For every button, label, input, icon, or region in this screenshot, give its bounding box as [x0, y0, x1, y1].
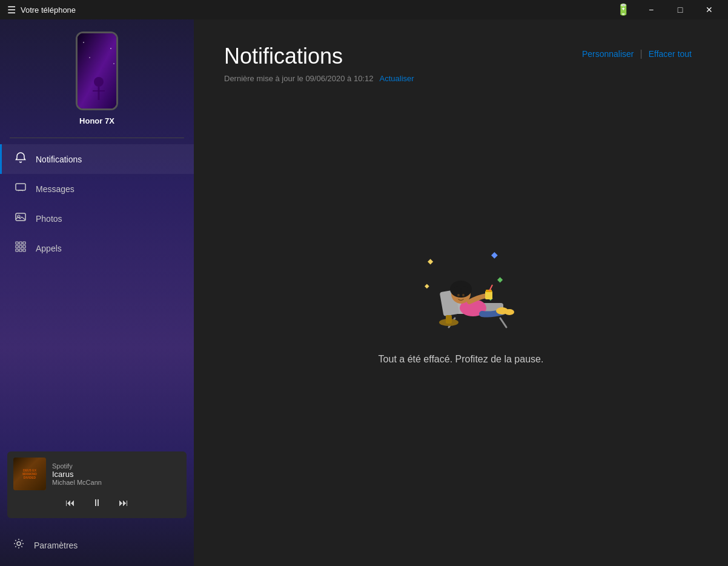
- phone-screen: [78, 33, 116, 108]
- page-title: Notifications: [224, 44, 343, 69]
- page-subtitle: Dernière mise à jour le 09/06/2020 à 10:…: [224, 74, 698, 83]
- phone-frame: [76, 32, 118, 110]
- music-info: Spotify Icarus Michael McCann: [52, 462, 180, 486]
- sidebar-item-photos[interactable]: Photos: [0, 204, 194, 233]
- notifications-icon: [14, 151, 27, 167]
- music-top: DEUS EXMANKINDDIVIDED Spotify Icarus Mic…: [13, 458, 180, 490]
- photos-icon: [14, 211, 27, 226]
- play-pause-button[interactable]: ⏸: [90, 496, 104, 510]
- subtitle-text: Dernière mise à jour le 09/06/2020 à 10:…: [224, 74, 373, 83]
- sidebar-item-messages[interactable]: Messages: [0, 174, 194, 204]
- title-bar-right: 🔋 − □ ✕: [617, 0, 723, 19]
- svg-rect-18: [19, 249, 22, 251]
- title-bar: ☰ Votre téléphone 🔋 − □ ✕: [0, 0, 728, 19]
- battery-icon: 🔋: [617, 3, 630, 16]
- clear-all-link[interactable]: Effacer tout: [643, 49, 698, 59]
- phone-wallpaper: [78, 33, 118, 110]
- svg-point-1: [94, 77, 104, 87]
- svg-point-35: [454, 286, 461, 296]
- calls-label: Appels: [36, 244, 62, 253]
- svg-text:◆: ◆: [425, 282, 429, 289]
- device-name: Honor 7X: [79, 116, 114, 125]
- prev-track-button[interactable]: ⏮: [63, 496, 78, 510]
- svg-rect-8: [16, 184, 25, 190]
- album-art: DEUS EXMANKINDDIVIDED: [13, 458, 46, 490]
- messages-icon: [14, 181, 27, 196]
- svg-rect-9: [16, 213, 25, 221]
- empty-illustration: ◆ ◆ ◆ ◆ ◆: [394, 230, 528, 339]
- svg-point-20: [17, 542, 21, 545]
- minimize-button[interactable]: −: [637, 0, 665, 19]
- svg-rect-12: [19, 242, 22, 244]
- sidebar-item-calls[interactable]: Appels: [0, 233, 194, 263]
- music-player: DEUS EXMANKINDDIVIDED Spotify Icarus Mic…: [7, 451, 187, 518]
- empty-state: ◆ ◆ ◆ ◆ ◆: [224, 101, 698, 542]
- calls-icon: [14, 241, 27, 256]
- music-artist-name: Michael McCann: [52, 479, 180, 486]
- next-track-button[interactable]: ⏭: [116, 496, 131, 510]
- settings-label: Paramètres: [34, 541, 78, 550]
- photos-label: Photos: [36, 214, 62, 224]
- header-actions: Personnaliser | Effacer tout: [576, 48, 698, 59]
- svg-rect-17: [16, 249, 18, 251]
- empty-message: Tout a été effacé. Profitez de la pause.: [379, 354, 544, 365]
- music-controls: ⏮ ⏸ ⏭: [13, 494, 180, 512]
- svg-rect-19: [23, 249, 25, 251]
- app-body: Honor 7X Notifications: [0, 19, 728, 566]
- svg-rect-13: [23, 242, 25, 244]
- svg-text:◆: ◆: [497, 275, 503, 284]
- refresh-link[interactable]: Actualiser: [380, 74, 414, 83]
- sidebar-item-settings[interactable]: Paramètres: [0, 530, 194, 560]
- page-header: Notifications Personnaliser | Effacer to…: [224, 44, 698, 69]
- svg-rect-14: [16, 245, 18, 248]
- close-button[interactable]: ✕: [695, 0, 723, 19]
- phone-preview: Honor 7X: [0, 19, 194, 132]
- notifications-label: Notifications: [36, 155, 82, 164]
- svg-rect-11: [16, 242, 18, 244]
- svg-point-7: [113, 63, 114, 64]
- svg-text:◆: ◆: [491, 250, 498, 259]
- maximize-button[interactable]: □: [666, 0, 694, 19]
- sidebar-bottom: Paramètres: [0, 524, 194, 566]
- settings-icon: [12, 538, 25, 553]
- sidebar: Honor 7X Notifications: [0, 19, 194, 566]
- svg-point-6: [89, 57, 90, 58]
- svg-point-36: [461, 286, 468, 296]
- svg-point-5: [110, 48, 111, 49]
- svg-rect-40: [486, 290, 492, 292]
- app-title: Votre téléphone: [21, 5, 76, 15]
- title-bar-left: ☰ Votre téléphone: [7, 4, 76, 16]
- hamburger-icon[interactable]: ☰: [7, 4, 16, 16]
- sidebar-item-notifications[interactable]: Notifications: [0, 144, 194, 174]
- svg-text:◆: ◆: [428, 257, 434, 265]
- svg-point-37: [457, 294, 460, 296]
- sidebar-divider: [10, 138, 184, 138]
- svg-point-34: [450, 281, 472, 298]
- svg-point-43: [505, 309, 514, 315]
- album-text: DEUS EXMANKINDDIVIDED: [22, 468, 37, 479]
- svg-rect-15: [19, 245, 22, 248]
- music-track-name: Icarus: [52, 470, 180, 479]
- svg-line-27: [500, 318, 506, 327]
- window-controls: − □ ✕: [637, 0, 723, 19]
- svg-rect-16: [23, 245, 25, 248]
- music-app-name: Spotify: [52, 462, 180, 470]
- nav-items: Notifications Messages: [0, 144, 194, 445]
- relaxing-illustration: ◆ ◆ ◆ ◆ ◆: [394, 230, 528, 339]
- svg-point-38: [462, 294, 465, 296]
- svg-rect-31: [446, 315, 452, 324]
- customize-link[interactable]: Personnaliser: [576, 49, 640, 59]
- messages-label: Messages: [36, 184, 74, 194]
- main-content: Notifications Personnaliser | Effacer to…: [194, 19, 728, 566]
- svg-point-4: [83, 42, 84, 43]
- svg-rect-39: [485, 291, 492, 299]
